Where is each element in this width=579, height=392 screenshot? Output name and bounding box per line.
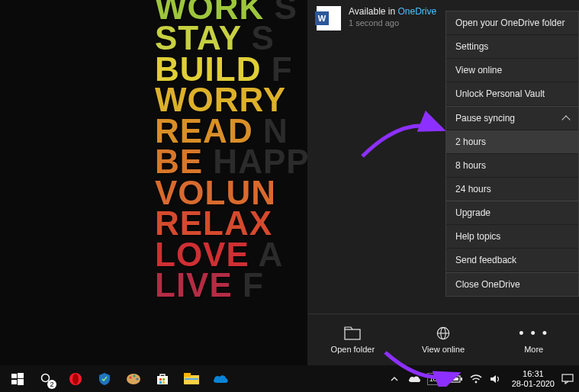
available-in-label: Available in: [349, 6, 398, 17]
onedrive-cloud-icon: [212, 374, 229, 384]
palette-icon: [126, 373, 141, 385]
taskbar-app-paint[interactable]: [121, 368, 146, 390]
svg-rect-20: [162, 381, 165, 384]
onedrive-bottom-actions: Open folder View online • • • More: [307, 313, 579, 365]
folder-icon: [344, 326, 361, 340]
taskbar-app-opera[interactable]: [63, 368, 88, 390]
windows-icon: [11, 373, 24, 385]
action-view-online-label: View online: [422, 345, 465, 354]
menu-pause-2h[interactable]: 2 hours: [446, 130, 578, 154]
chevron-up-icon: [561, 115, 570, 124]
tray-show-hidden[interactable]: [388, 373, 401, 385]
taskbar: 2 100: [0, 365, 579, 392]
speaker-icon: [490, 374, 502, 384]
tray-onedrive[interactable]: [407, 373, 421, 385]
svg-rect-6: [11, 380, 17, 384]
file-explorer-icon: [184, 373, 199, 385]
svg-point-15: [136, 378, 138, 380]
menu-pause-syncing[interactable]: Pause syncing: [446, 106, 578, 130]
svg-rect-4: [11, 374, 17, 378]
tray-battery-text[interactable]: 100: [427, 373, 443, 385]
svg-point-11: [72, 374, 79, 384]
svg-rect-7: [18, 379, 24, 385]
svg-rect-18: [162, 378, 165, 381]
tray-battery[interactable]: [449, 373, 463, 385]
svg-rect-0: [345, 329, 360, 339]
taskbar-app-explorer[interactable]: [179, 368, 204, 390]
taskbar-app-store[interactable]: [150, 368, 175, 390]
svg-rect-5: [18, 373, 24, 378]
taskbar-app-security[interactable]: [92, 368, 117, 390]
svg-point-13: [129, 376, 131, 378]
globe-icon: [436, 326, 451, 340]
wifi-icon: [470, 374, 482, 384]
menu-unlock-vault[interactable]: Unlock Personal Vault: [446, 82, 578, 106]
action-open-folder[interactable]: Open folder: [307, 314, 398, 365]
clock-date: 28-01-2020: [512, 379, 555, 389]
menu-upgrade[interactable]: Upgrade: [446, 201, 578, 225]
svg-rect-17: [159, 378, 162, 381]
svg-rect-22: [184, 373, 191, 377]
chevron-up-icon: [391, 376, 398, 382]
opera-icon: [69, 372, 82, 386]
action-more[interactable]: • • • More: [488, 314, 579, 365]
menu-send-feedback[interactable]: Send feedback: [446, 249, 578, 272]
svg-point-27: [474, 381, 477, 383]
search-badge: 2: [47, 380, 56, 389]
menu-help-topics[interactable]: Help topics: [446, 225, 578, 249]
svg-rect-23: [185, 378, 198, 380]
notification-icon: [561, 374, 574, 384]
start-button[interactable]: [5, 368, 31, 390]
search-button[interactable]: 2: [34, 368, 60, 390]
svg-rect-26: [461, 378, 462, 381]
tray-clock[interactable]: 16:31 28-01-2020: [512, 369, 555, 388]
action-view-online[interactable]: View online: [398, 314, 489, 365]
svg-rect-28: [562, 374, 573, 381]
tray-action-center[interactable]: [561, 373, 574, 385]
menu-open-folder[interactable]: Open your OneDrive folder: [446, 11, 578, 35]
tray-volume[interactable]: [489, 373, 503, 385]
ellipsis-icon: • • •: [519, 326, 548, 340]
svg-point-8: [42, 374, 50, 381]
store-icon: [156, 372, 169, 386]
menu-settings[interactable]: Settings: [446, 35, 578, 59]
action-open-folder-label: Open folder: [331, 345, 375, 354]
svg-rect-25: [452, 378, 458, 381]
cloud-icon: [407, 374, 421, 384]
clock-time: 16:31: [512, 369, 555, 379]
action-more-label: More: [524, 345, 543, 354]
battery-icon: [449, 374, 463, 384]
menu-pause-24h[interactable]: 24 hours: [446, 178, 578, 201]
taskbar-app-onedrive[interactable]: [207, 368, 233, 390]
menu-view-online[interactable]: View online: [446, 59, 578, 82]
tray-wifi[interactable]: [469, 373, 483, 385]
menu-close-onedrive[interactable]: Close OneDrive: [446, 272, 578, 296]
onedrive-flyout: W Available in OneDrive 1 second ago Ope…: [307, 0, 579, 365]
shield-icon: [98, 372, 111, 386]
svg-rect-19: [159, 381, 162, 384]
menu-pause-8h[interactable]: 8 hours: [446, 154, 578, 178]
onedrive-context-menu: Open your OneDrive folder Settings View …: [446, 11, 579, 297]
svg-point-14: [133, 374, 135, 377]
word-doc-icon: W: [317, 6, 341, 31]
onedrive-link[interactable]: OneDrive: [398, 6, 437, 17]
wallpaper-typography: WORK SSTAY SBUILD FWORRYREAD NBE HAPPVOL…: [155, 0, 310, 301]
